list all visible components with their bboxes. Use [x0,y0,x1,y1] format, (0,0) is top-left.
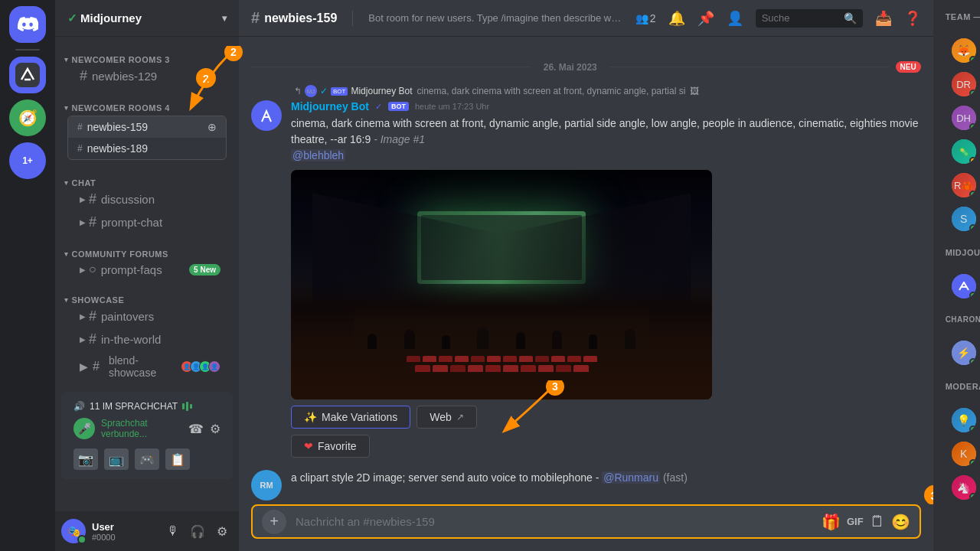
ref-author: Midjourney Bot [351,86,412,96]
settings-icon[interactable]: ⚙ [210,422,220,436]
channel-description: Bot room for new users. Type /imagine th… [368,12,626,24]
category-community-header[interactable]: ▾ COMMUNITY FORUMS [61,249,233,259]
member-dominique[interactable]: 🦠 Dominique [939,135,980,168]
channel-newbies-159[interactable]: # newbies-159 ⊕ [68,116,226,138]
bot-badge: BOT [388,102,409,111]
discord-home-icon[interactable] [9,6,46,43]
member-charon[interactable]: ⚡ Charon the FAQ ... BOT [939,336,980,370]
member-digital[interactable]: 💡 Digital Spielt IntelliJ IDEA [939,403,980,437]
hash-icon: # [77,122,83,132]
add-server-icon[interactable]: 1+ [9,142,46,179]
emoji-button[interactable]: 😊 [891,513,910,531]
channel-hash-icon: # [251,9,260,27]
channel-paintovers[interactable]: ▶ # paintovers [67,305,227,328]
bot-avatar [251,100,282,131]
search-input[interactable] [762,12,839,24]
explore-icon[interactable]: 🧭 [9,99,46,136]
screen-share-button[interactable]: 📺 [104,448,129,470]
member-avatar: 🦊 [952,38,976,63]
annotation-3: 3 [924,485,933,504]
help-icon[interactable]: ❓ [904,10,921,27]
bot-avatar [952,274,976,298]
search-box[interactable]: 🔍 [756,9,863,28]
member-danielrussruss[interactable]: DR danielrussruss [939,67,980,101]
user-message-avatar: RM [251,470,282,500]
second-message: 3 RM a clipart style 2D image; server se… [251,470,921,500]
server-name-header[interactable]: ✓ Midjourney ▾ [55,0,239,37]
second-message-text: a clipart style 2D image; server send au… [291,470,921,486]
member-kav2k[interactable]: K kav2k [939,437,980,471]
voice-status-text: Sprachchat verbunde... [101,418,182,439]
midjourney-message: Midjourney Bot ✓ BOT heute um 17:23 Uhr … [251,100,921,458]
attach-button[interactable]: + [262,510,286,534]
hash-icon: # [89,191,96,207]
member-ms-unicorn[interactable]: 🦄 Ms. Unicorn 🦄 ✨ | sh... [939,471,980,504]
user-settings-button[interactable]: ⚙ [211,520,233,542]
status-indicator [969,493,976,500]
camera-button[interactable]: 📷 [74,448,98,470]
charon-avatar: ⚡ [952,341,976,365]
sidebar-footer: 🎭 User #0000 🎙 🎧 ⚙ [55,511,239,551]
channel-header: # newbies-159 Bot room for new users. Ty… [239,0,933,37]
status-indicator [969,157,976,164]
category-newcomer3-header[interactable]: ▾ NEWCOMER ROOMS 3 [61,55,233,64]
status-indicator [969,425,976,432]
midjourney-server-icon[interactable] [9,57,46,93]
voice-section: 🔊 11 IM SPRACHCHAT 🎤 Sprachchat verbunde… [61,392,233,479]
member-davidh[interactable]: DH DavidH 👑🔮 [939,101,980,135]
member-red[interactable]: R🦀 Red 🦀 | CEO of bugs ... [939,168,980,202]
status-indicator [969,459,976,466]
server-list: 🧭 1+ [0,0,55,551]
category-chat-header[interactable]: ▾ CHAT [61,178,233,187]
disconnect-icon[interactable]: ☎ [188,422,204,436]
make-variations-button[interactable]: ✨ Make Variations [291,406,410,429]
user-discriminator: #0000 [92,533,156,542]
bot-username[interactable]: Midjourney Bot [291,100,369,112]
activity-button[interactable]: 🎮 [135,448,159,470]
member-avatars: 👤 👤 👤 👤 [184,360,220,373]
channel-prompt-faqs[interactable]: ▶ ○ prompt-faqs 5 New [67,259,227,279]
message-header: Midjourney Bot ✓ BOT heute um 17:23 Uhr [291,100,921,112]
member-avatar: R🦀 [952,173,976,197]
pin-icon[interactable]: 📌 [697,10,714,27]
notification-settings-icon[interactable]: 🔔 [668,10,685,27]
user-mention: @blehbleh [291,149,345,161]
channel-blend-showcase[interactable]: ▶ # blend-showcase 👤 👤 👤 👤 [67,351,227,382]
ref-image-icon: 🖼 [690,86,699,96]
inbox-icon[interactable]: 📥 [875,10,892,27]
voice-status: 🎤 Sprachchat verbunde... ☎ ⚙ [67,415,227,442]
favorite-button[interactable]: ❤ Favorite [291,435,370,458]
username-display: User [92,521,156,533]
category-showcase-header[interactable]: ▾ SHOWCASE [61,295,233,305]
deafen-button[interactable]: 🎧 [187,520,208,542]
member-midjourney-bot[interactable]: Midjourney Bot BOT [939,269,980,303]
server-dropdown-chevron: ▾ [222,13,227,24]
member-list-icon[interactable]: 👤 [727,10,743,27]
member-avatar: DR [952,72,976,96]
channel-in-the-world[interactable]: ▶ # in-the-world [67,328,227,350]
web-button[interactable]: Web ↗ [416,406,477,429]
hash-icon: # [93,360,100,373]
message-input[interactable] [289,506,822,537]
member-cixelyn[interactable]: 🦊 Cixelyn [939,34,980,67]
member-seb[interactable]: S Seb 🌱 [939,202,980,236]
status-indicator [969,358,976,365]
mute-button[interactable]: 🎙 [162,520,184,542]
invite-button[interactable]: 📋 [165,448,190,470]
channel-newbies-189[interactable]: # newbies-189 [68,138,226,159]
sticker-icon[interactable]: 🗒 [870,513,885,530]
forum-icon: ○ [89,262,96,276]
status-indicator [969,292,976,298]
main-content: # newbies-159 Bot room for new users. Ty… [239,0,933,551]
hash-icon: # [89,331,96,347]
verified-icon: ✓ [375,102,382,112]
gif-button[interactable]: GIF [847,516,864,527]
date-divider: 26. Mai 2023 NEU [251,61,921,73]
category-newcomer4-header[interactable]: ▾ NEWCOMER ROOMS 4 [61,103,233,112]
gift-icon[interactable]: 🎁 [822,513,841,531]
runmaru-mention: @Runmaru [602,471,660,484]
channel-prompt-chat[interactable]: ▶ # prompt-chat [67,211,227,233]
member-avatar: 🦠 [952,139,976,164]
channel-discussion[interactable]: ▶ # discussion [67,188,227,210]
message-text: cinema, dark cinema with screen at front… [291,116,921,164]
